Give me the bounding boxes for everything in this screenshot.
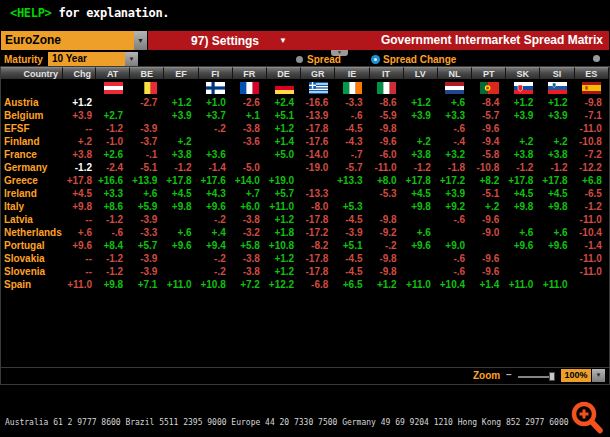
- matrix-cell: -5.8: [472, 148, 506, 161]
- chevron-down-icon: ▼: [279, 36, 287, 45]
- matrix-row-netherlands: Netherlands+.6-.6-3.3+.6+.4-3.2+1.8-17.2…: [1, 226, 609, 239]
- region-dropdown-button[interactable]: ▼: [134, 31, 147, 50]
- matrix-cell: +1.8: [267, 226, 301, 239]
- flag-nl-icon: [438, 79, 472, 96]
- flag-empty: [164, 79, 198, 96]
- column-header-chg[interactable]: Chg: [63, 67, 96, 79]
- matrix-cell: +1.2: [506, 96, 540, 109]
- matrix-cell: -2.4: [96, 161, 130, 174]
- matrix-cell: -4.5: [335, 213, 369, 226]
- column-header-be[interactable]: BE: [130, 67, 164, 79]
- matrix-cell: -3.6: [233, 135, 267, 148]
- chg-cell: +.6: [63, 226, 96, 239]
- zoom-dropdown-button[interactable]: ▼: [592, 369, 605, 382]
- flag-fr-icon: [233, 79, 267, 96]
- matrix-cell: -1.2: [404, 161, 438, 174]
- zoom-value[interactable]: 100%: [561, 369, 591, 382]
- column-header-ef[interactable]: EF: [164, 67, 198, 79]
- matrix-cell: -2.6: [233, 96, 267, 109]
- matrix-cell: +3.9: [404, 109, 438, 122]
- spread-radio-label[interactable]: Spread: [307, 54, 341, 65]
- matrix-cell: +10.8: [267, 239, 301, 252]
- matrix-cell: -.4: [438, 135, 472, 148]
- matrix-cell: -14.0: [301, 148, 335, 161]
- zoom-label: Zoom: [473, 370, 500, 381]
- matrix-cell: -.1: [130, 148, 164, 161]
- matrix-cell: +2.4: [267, 96, 301, 109]
- matrix-cell: -6.0: [370, 148, 404, 161]
- matrix-cell: -3.9: [130, 213, 164, 226]
- matrix-cell: -3.8: [233, 252, 267, 265]
- matrix-cell: +6.0: [233, 200, 267, 213]
- matrix-cell: +9.8: [404, 200, 438, 213]
- maturity-dropdown-button[interactable]: ▼: [125, 52, 138, 66]
- column-header-fr[interactable]: FR: [233, 67, 267, 79]
- matrix-cell: -1.8: [438, 161, 472, 174]
- matrix-cell: -.6: [335, 109, 369, 122]
- chg-cell: --: [63, 213, 96, 226]
- spread-change-radio-label[interactable]: Spread Change: [383, 54, 456, 65]
- region-selector[interactable]: EuroZone: [1, 31, 134, 50]
- help-key[interactable]: <HELP>: [10, 6, 52, 20]
- column-header-fi[interactable]: FI: [199, 67, 233, 79]
- column-header-pt[interactable]: PT: [472, 67, 506, 79]
- column-header-lv[interactable]: LV: [404, 67, 438, 79]
- column-header-gr[interactable]: GR: [301, 67, 335, 79]
- red-toolbar: 97) Settings ▼ Government Intermarket Sp…: [148, 31, 609, 50]
- column-header-nl[interactable]: NL: [438, 67, 472, 79]
- matrix-cell: +17.8: [164, 174, 198, 187]
- matrix-cell: +12.2: [267, 278, 301, 291]
- flag-be-icon: [130, 79, 164, 96]
- column-header-sk[interactable]: SK: [506, 67, 540, 79]
- matrix-cell: -11.0: [575, 252, 609, 265]
- matrix-cell: -16.6: [301, 96, 335, 109]
- settings-button[interactable]: 97) Settings ▼: [148, 31, 330, 50]
- flag-es-icon: [575, 79, 609, 96]
- matrix-cell: -5.7: [335, 161, 369, 174]
- matrix-cell: -.2: [370, 239, 404, 252]
- matrix-cell: +.4: [199, 226, 233, 239]
- spread-radio[interactable]: [296, 56, 303, 63]
- column-header-de[interactable]: DE: [267, 67, 301, 79]
- matrix-cell: -9.0: [472, 226, 506, 239]
- matrix-cell: -5.7: [472, 109, 506, 122]
- matrix-cell: +3.8: [506, 148, 540, 161]
- matrix-cell: -1.0: [96, 135, 130, 148]
- zoom-minus[interactable]: –: [506, 369, 512, 380]
- matrix-cell: +.2: [506, 135, 540, 148]
- matrix-cell: -11.0: [575, 213, 609, 226]
- scrollbar-dot[interactable]: [593, 55, 600, 62]
- matrix-body: Austria+1.2-2.7+1.2+1.0-2.6+2.4-16.6-3.3…: [1, 96, 609, 291]
- matrix-cell: [164, 265, 198, 278]
- column-header-at[interactable]: AT: [96, 67, 130, 79]
- column-header-es[interactable]: ES: [575, 67, 609, 79]
- matrix-cell: -10.8: [472, 161, 506, 174]
- matrix-cell: -7.1: [575, 109, 609, 122]
- maturity-selector[interactable]: 10 Year: [48, 52, 125, 66]
- flag-pt-icon: [472, 79, 506, 96]
- spread-change-radio[interactable]: [371, 55, 380, 64]
- matrix-cell: [164, 252, 198, 265]
- matrix-cell: +.6: [438, 96, 472, 109]
- column-header-it[interactable]: IT: [370, 67, 404, 79]
- matrix-row-finland: Finland+.2-1.0-3.7+.2-3.6+1.4-17.6-4.3-9…: [1, 135, 609, 148]
- matrix-row-germany: Germany-1.2-2.4-5.1-1.2-1.4-5.0-19.0-5.7…: [1, 161, 609, 174]
- row-label-ireland: Ireland: [1, 187, 63, 200]
- column-header-country[interactable]: Country: [1, 67, 63, 79]
- matrix-cell: -5.9: [370, 109, 404, 122]
- matrix-cell: +8.6: [96, 200, 130, 213]
- column-header-si[interactable]: SI: [540, 67, 574, 79]
- matrix-cell: -4.5: [335, 122, 369, 135]
- matrix-cell: -8.4: [472, 96, 506, 109]
- zoom-slider-handle[interactable]: [549, 372, 555, 381]
- matrix-cell: -1.4: [575, 239, 609, 252]
- matrix-row-belgium: Belgium+3.9+2.7+3.9+3.7+.1+5.1-13.9-.6-5…: [1, 109, 609, 122]
- column-header-ie[interactable]: IE: [335, 67, 369, 79]
- matrix-cell: -9.6: [370, 135, 404, 148]
- matrix-cell: [370, 200, 404, 213]
- row-label-france: France: [1, 148, 63, 161]
- matrix-header-row: CountryChgATBEEFFIFRDEGRIEITLVNLPTSKSIES: [1, 67, 609, 79]
- matrix-cell: +.2: [472, 200, 506, 213]
- chg-cell: +3.9: [63, 109, 96, 122]
- matrix-cell: -2.7: [130, 96, 164, 109]
